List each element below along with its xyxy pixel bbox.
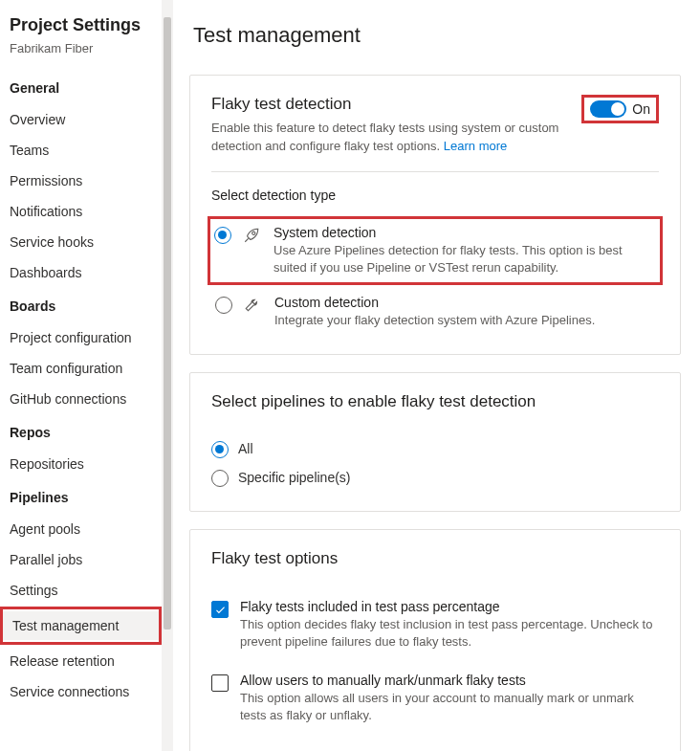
checkbox-row-include-pass: Flaky tests included in test pass percen… [211, 591, 659, 664]
learn-more-link[interactable]: Learn more [444, 139, 507, 153]
checkbox-row-allow-manual: Allow users to manually mark/unmark flak… [211, 665, 659, 738]
pipeline-specific-label: Specific pipeline(s) [238, 470, 351, 485]
pipeline-option-all-row: All [211, 434, 659, 463]
radio-pipeline-all[interactable] [211, 441, 229, 458]
include-flaky-title: Flaky tests included in test pass percen… [240, 599, 659, 614]
nav-github-connections[interactable]: GitHub connections [0, 385, 162, 413]
sidebar-title: Project Settings [0, 15, 162, 41]
nav-team-configuration[interactable]: Team configuration [0, 354, 162, 383]
flaky-detection-title: Flaky test detection [211, 95, 570, 114]
project-name: Fabrikam Fiber [0, 41, 162, 71]
allow-manual-title: Allow users to manually mark/unmark flak… [240, 673, 659, 688]
flaky-options-title: Flaky test options [211, 549, 659, 568]
nav-service-hooks[interactable]: Service hooks [0, 228, 162, 256]
nav-section-pipelines[interactable]: Pipelines [0, 480, 162, 513]
checkbox-allow-manual[interactable] [211, 674, 229, 692]
nav-test-management[interactable]: Test management [3, 611, 159, 640]
nav-settings[interactable]: Settings [0, 576, 162, 605]
nav-dashboards[interactable]: Dashboards [0, 258, 162, 287]
select-pipelines-title: Select pipelines to enable flaky test de… [211, 392, 659, 411]
scrollbar-track[interactable] [162, 0, 173, 751]
highlight-system-detection: System detection Use Azure Pipelines det… [208, 216, 663, 285]
nav-permissions[interactable]: Permissions [0, 166, 162, 195]
custom-detection-title: Custom detection [274, 295, 655, 310]
nav-notifications[interactable]: Notifications [0, 197, 162, 226]
nav-parallel-jobs[interactable]: Parallel jobs [0, 545, 162, 574]
flaky-detection-description: Enable this feature to detect flaky test… [211, 120, 570, 156]
nav-overview[interactable]: Overview [0, 105, 162, 134]
detection-type-label: Select detection type [211, 188, 659, 203]
main-content: Test management Flaky test detection Ena… [163, 0, 700, 751]
divider [211, 171, 659, 172]
radio-system-detection[interactable] [214, 227, 231, 244]
flaky-options-card: Flaky test options Flaky tests included … [189, 529, 681, 751]
toggle-state-label: On [632, 101, 650, 117]
highlight-toggle: On [581, 95, 659, 123]
nav-section-repos[interactable]: Repos [0, 415, 162, 448]
custom-detection-desc: Integrate your flaky detection system wi… [274, 312, 655, 329]
nav-repositories[interactable]: Repositories [0, 450, 162, 478]
flaky-detection-toggle[interactable] [590, 100, 626, 118]
select-pipelines-card: Select pipelines to enable flaky test de… [189, 372, 681, 512]
page-title: Test management [189, 23, 681, 48]
nav-teams[interactable]: Teams [0, 136, 162, 165]
include-flaky-desc: This option decides flaky test inclusion… [240, 616, 659, 651]
nav-agent-pools[interactable]: Agent pools [0, 515, 162, 543]
wrench-icon [244, 297, 263, 317]
nav-release-retention[interactable]: Release retention [0, 647, 162, 675]
scrollbar-thumb[interactable] [164, 17, 171, 630]
highlight-test-management: Test management [0, 607, 162, 645]
system-detection-title: System detection [273, 225, 656, 240]
nav-service-connections[interactable]: Service connections [0, 677, 162, 706]
pipeline-option-specific-row: Specific pipeline(s) [211, 463, 659, 492]
nav-section-general[interactable]: General [0, 71, 162, 103]
settings-sidebar: Project Settings Fabrikam Fiber General … [0, 0, 163, 751]
radio-custom-detection[interactable] [215, 297, 232, 314]
custom-detection-option: Custom detection Integrate your flaky de… [211, 289, 659, 335]
nav-project-configuration[interactable]: Project configuration [0, 323, 162, 352]
system-detection-desc: Use Azure Pipelines detection for flaky … [273, 242, 656, 276]
radio-pipeline-specific[interactable] [211, 470, 229, 487]
flaky-detection-card: Flaky test detection Enable this feature… [189, 75, 681, 355]
rocket-icon [243, 227, 262, 247]
checkbox-include-flaky[interactable] [211, 601, 229, 618]
allow-manual-desc: This option allows all users in your acc… [240, 690, 659, 724]
pipeline-all-label: All [238, 441, 253, 456]
toggle-knob [611, 102, 624, 116]
nav-section-boards[interactable]: Boards [0, 289, 162, 321]
